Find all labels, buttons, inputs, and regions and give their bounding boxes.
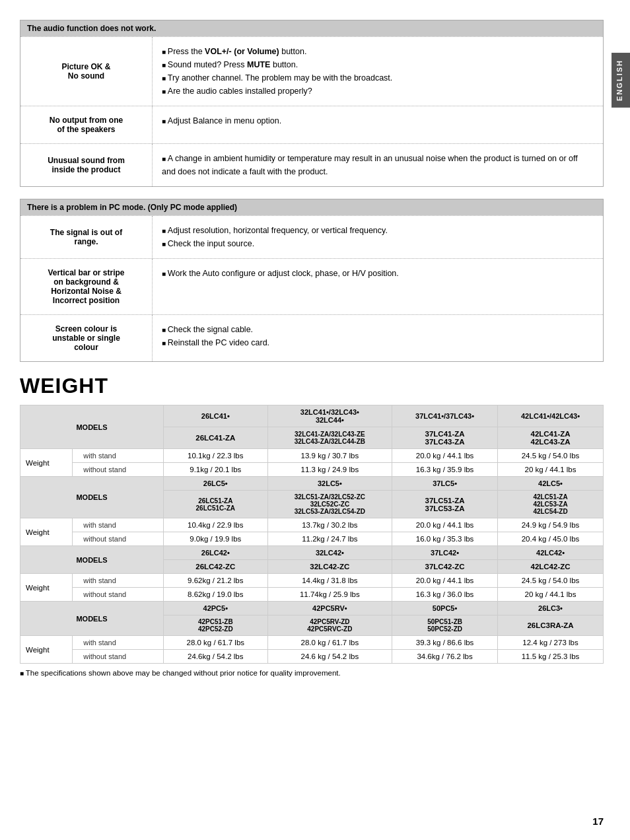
list-item: Adjust Balance in menu option. xyxy=(162,114,594,127)
with-stand-label: with stand xyxy=(73,518,164,532)
weight-value: 20 kg / 44.1 lbs xyxy=(498,463,604,477)
models-label: MODELS xyxy=(20,405,164,449)
weight-value: 10.1kg / 22.3 lbs xyxy=(163,449,267,463)
weight-value: 20.0 kg / 44.1 lbs xyxy=(392,518,498,532)
table-row: Weight with stand 10.1kg / 22.3 lbs 13.9… xyxy=(20,449,604,463)
weight-value: 28.0 kg / 61.7 lbs xyxy=(267,636,392,650)
weight-label: Weight xyxy=(20,518,73,546)
screen-colour-row: Screen colour isunstable or singlecolour… xyxy=(20,314,603,361)
model-col-header: 32LC5• xyxy=(267,477,392,491)
table-row: without stand 24.6kg / 54.2 lbs 24.6 kg … xyxy=(20,650,604,664)
audio-section: The audio function does not work. Pictur… xyxy=(20,20,604,187)
table-row: without stand 8.62kg / 19.0 lbs 11.74kg … xyxy=(20,588,604,602)
weight-value: 13.9 kg / 30.7 lbs xyxy=(267,449,392,463)
list-item: Are the audio cables installed properly? xyxy=(162,85,594,98)
pc-section-header: There is a problem in PC mode. (Only PC … xyxy=(20,199,603,215)
models-label: MODELS xyxy=(20,477,164,518)
list-item: Press the VOL+/- (or Volume) button. xyxy=(162,45,594,58)
weight-value: 12.4 kg / 273 lbs xyxy=(498,636,604,650)
model-col-header: 32LC42• xyxy=(267,546,392,560)
weight-value: 20 kg / 44.1 lbs xyxy=(498,588,604,602)
list-item: Check the input source. xyxy=(162,237,594,250)
model-name: 37LC41-ZA37LC43-ZA xyxy=(392,427,498,449)
model-col-header: 50PC5• xyxy=(392,602,498,615)
weight-value: 11.5 kg / 25.3 lbs xyxy=(498,650,604,664)
weight-value: 11.2kg / 24.7 lbs xyxy=(267,532,392,546)
table-row: without stand 9.0kg / 19.9 lbs 11.2kg / … xyxy=(20,532,604,546)
weight-value: 20.0 kg / 44.1 lbs xyxy=(392,449,498,463)
model-name: 26LC42-ZC xyxy=(163,560,267,574)
picture-ok-row: Picture OK &No sound Press the VOL+/- (o… xyxy=(20,36,603,106)
model-name: 32LC51-ZA/32LC52-ZC32LC52C-ZC32LC53-ZA/3… xyxy=(267,491,392,518)
list-item: Check the signal cable. xyxy=(162,323,594,336)
table-row: Weight with stand 10.4kg / 22.9 lbs 13.7… xyxy=(20,518,604,532)
weight-title: WEIGHT xyxy=(20,374,604,398)
model-name: 37LC51-ZA37LC53-ZA xyxy=(392,491,498,518)
model-col-header: 37LC41•/37LC43• xyxy=(392,405,498,427)
weight-value: 9.1kg / 20.1 lbs xyxy=(163,463,267,477)
models-label: MODELS xyxy=(20,602,164,636)
no-output-label: No output from oneof the speakers xyxy=(20,106,153,143)
model-col-header: 42LC5• xyxy=(498,477,604,491)
weight-value: 24.5 kg / 54.0 lbs xyxy=(498,574,604,588)
unusual-sound-label: Unusual sound frominside the product xyxy=(20,144,153,186)
without-stand-label: without stand xyxy=(73,532,164,546)
model-col-header: 42LC42• xyxy=(498,546,604,560)
model-name: 26LC51-ZA26LC51C-ZA xyxy=(163,491,267,518)
model-col-header: 26LC5• xyxy=(163,477,267,491)
weight-value: 24.6kg / 54.2 lbs xyxy=(163,650,267,664)
list-item: Reinstall the PC video card. xyxy=(162,336,594,349)
weight-value: 11.74kg / 25.9 lbs xyxy=(267,588,392,602)
pc-section: There is a problem in PC mode. (Only PC … xyxy=(20,199,604,362)
weight-value: 24.9 kg / 54.9 lbs xyxy=(498,518,604,532)
model-name: 32LC41-ZA/32LC43-ZE32LC43-ZA/32LC44-ZB xyxy=(267,427,392,449)
table-row: MODELS 26LC5• 32LC5• 37LC5• 42LC5• xyxy=(20,477,604,491)
vertical-bar-label: Vertical bar or stripeon background &Hor… xyxy=(20,259,153,314)
weight-value: 20.0 kg / 44.1 lbs xyxy=(392,574,498,588)
weight-value: 14.4kg / 31.8 lbs xyxy=(267,574,392,588)
model-name: 26LC3RA-ZA xyxy=(498,615,604,636)
signal-out-label: The signal is out ofrange. xyxy=(20,216,153,258)
table-row: MODELS 42PC5• 42PC5RV• 50PC5• 26LC3• xyxy=(20,602,604,615)
table-row: without stand 9.1kg / 20.1 lbs 11.3 kg /… xyxy=(20,463,604,477)
table-row: Weight with stand 28.0 kg / 61.7 lbs 28.… xyxy=(20,636,604,650)
signal-out-row: The signal is out ofrange. Adjust resolu… xyxy=(20,215,603,258)
weight-table: MODELS 26LC41• 32LC41•/32LC43•32LC44• 37… xyxy=(20,405,604,664)
model-name: 32LC42-ZC xyxy=(267,560,392,574)
picture-ok-content: Press the VOL+/- (or Volume) button. Sou… xyxy=(153,37,603,106)
signal-out-content: Adjust resolution, horizontal frequency,… xyxy=(153,216,603,258)
picture-ok-label: Picture OK &No sound xyxy=(20,37,153,106)
with-stand-label: with stand xyxy=(73,449,164,463)
weight-value: 28.0 kg / 61.7 lbs xyxy=(163,636,267,650)
weight-value: 39.3 kg / 86.6 lbs xyxy=(392,636,498,650)
weight-value: 9.0kg / 19.9 lbs xyxy=(163,532,267,546)
vertical-bar-row: Vertical bar or stripeon background &Hor… xyxy=(20,258,603,314)
vertical-bar-content: Work the Auto configure or adjust clock,… xyxy=(153,259,603,314)
list-item: Sound muted? Press MUTE button. xyxy=(162,58,594,71)
model-col-header: 26LC3• xyxy=(498,602,604,615)
with-stand-label: with stand xyxy=(73,574,164,588)
screen-colour-label: Screen colour isunstable or singlecolour xyxy=(20,315,153,361)
unusual-sound-row: Unusual sound frominside the product A c… xyxy=(20,143,603,186)
model-col-header: 26LC41• xyxy=(163,405,267,427)
weight-value: 8.62kg / 19.0 lbs xyxy=(163,588,267,602)
list-item: Adjust resolution, horizontal frequency,… xyxy=(162,224,594,237)
model-col-header: 42PC5RV• xyxy=(267,602,392,615)
weight-value: 13.7kg / 30.2 lbs xyxy=(267,518,392,532)
weight-value: 24.6 kg / 54.2 lbs xyxy=(267,650,392,664)
weight-value: 24.5 kg / 54.0 lbs xyxy=(498,449,604,463)
model-name: 50PC51-ZB50PC52-ZD xyxy=(392,615,498,636)
weight-value: 16.3 kg / 35.9 lbs xyxy=(392,463,498,477)
weight-value: 34.6kg / 76.2 lbs xyxy=(392,650,498,664)
model-col-header: 37LC5• xyxy=(392,477,498,491)
model-name: 37LC42-ZC xyxy=(392,560,498,574)
side-tab: ENGLISH xyxy=(612,53,630,108)
audio-section-header: The audio function does not work. xyxy=(20,20,603,36)
model-col-header: 32LC41•/32LC43•32LC44• xyxy=(267,405,392,427)
model-col-header: 42PC5• xyxy=(163,602,267,615)
model-name: 42PC5RV-ZD42PC5RVC-ZD xyxy=(267,615,392,636)
screen-colour-content: Check the signal cable. Reinstall the PC… xyxy=(153,315,603,361)
weight-value: 16.0 kg / 35.3 lbs xyxy=(392,532,498,546)
model-name: 42LC51-ZA42LC53-ZA42LC54-ZD xyxy=(498,491,604,518)
without-stand-label: without stand xyxy=(73,463,164,477)
